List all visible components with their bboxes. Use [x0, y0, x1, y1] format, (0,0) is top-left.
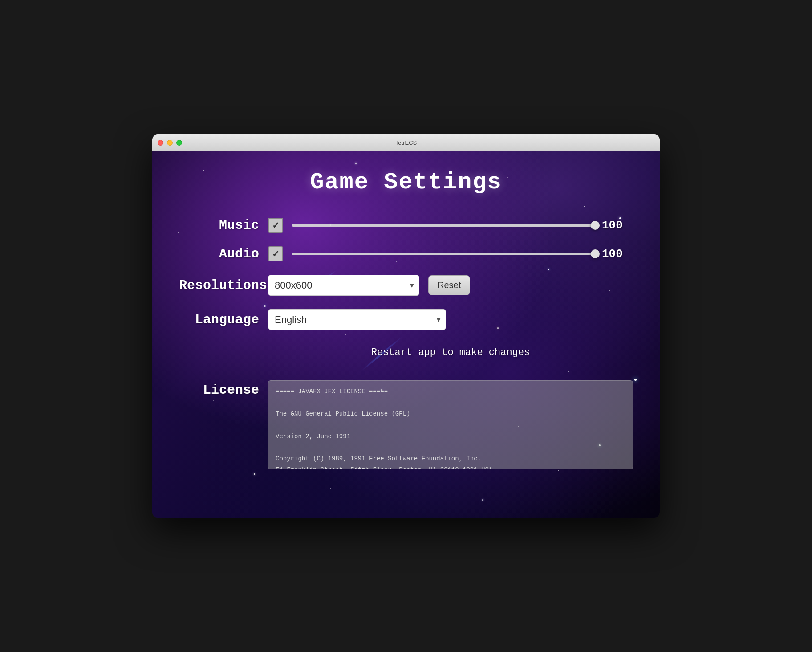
traffic-lights	[158, 140, 182, 146]
license-box[interactable]: ===== JAVAFX JFX LICENSE ===== The GNU G…	[268, 380, 633, 469]
music-checkbox[interactable]: ✓	[268, 218, 283, 233]
reset-button[interactable]: Reset	[428, 275, 470, 295]
music-label: Music	[179, 218, 259, 233]
audio-slider-fill	[292, 253, 595, 255]
close-button[interactable]	[158, 140, 163, 146]
app-window: TetrECS	[152, 134, 660, 518]
language-select-wrapper: English French German Spanish ▼	[268, 309, 446, 330]
license-section: License ===== JAVAFX JFX LICENSE ===== T…	[179, 380, 633, 469]
minimize-button[interactable]	[167, 140, 173, 146]
audio-label: Audio	[179, 246, 259, 261]
title-bar: TetrECS	[152, 134, 660, 151]
license-label: License	[179, 380, 259, 398]
language-row: Language English French German Spanish ▼	[179, 309, 633, 330]
music-slider-container: 100	[292, 219, 633, 232]
resolution-select[interactable]: 800x600 1024x768 1280x720 1920x1080	[268, 275, 419, 296]
resolution-row: Resolutions 800x600 1024x768 1280x720 19…	[179, 275, 633, 296]
page-title: Game Settings	[179, 169, 633, 196]
language-label: Language	[179, 312, 259, 327]
maximize-button[interactable]	[176, 140, 182, 146]
music-checkbox-container: ✓	[268, 218, 283, 233]
license-text: ===== JAVAFX JFX LICENSE ===== The GNU G…	[276, 386, 625, 469]
music-row: Music ✓ 100	[179, 218, 633, 233]
music-checkmark: ✓	[272, 220, 280, 231]
language-select[interactable]: English French German Spanish	[268, 309, 446, 330]
music-slider-thumb[interactable]	[591, 221, 600, 230]
resolution-select-wrapper: 800x600 1024x768 1280x720 1920x1080 ▼	[268, 275, 419, 296]
music-slider-fill	[292, 224, 595, 227]
audio-row: Audio ✓ 100	[179, 246, 633, 261]
music-slider-track[interactable]	[292, 224, 595, 227]
audio-slider-track[interactable]	[292, 253, 595, 255]
audio-checkbox-container: ✓	[268, 246, 283, 261]
content-area: Game Settings Music ✓	[152, 151, 660, 518]
audio-slider-thumb[interactable]	[591, 249, 600, 258]
resolution-label: Resolutions	[179, 278, 259, 293]
settings-grid: Music ✓ 100	[179, 218, 633, 469]
audio-slider-container: 100	[292, 247, 633, 261]
audio-checkmark: ✓	[272, 249, 280, 259]
audio-checkbox[interactable]: ✓	[268, 246, 283, 261]
restart-notice: Restart app to make changes	[371, 347, 530, 358]
window-title: TetrECS	[395, 139, 417, 146]
music-value: 100	[602, 219, 633, 232]
restart-notice-row: Restart app to make changes	[268, 343, 633, 358]
main-content: Game Settings Music ✓	[152, 151, 660, 487]
audio-value: 100	[602, 247, 633, 261]
